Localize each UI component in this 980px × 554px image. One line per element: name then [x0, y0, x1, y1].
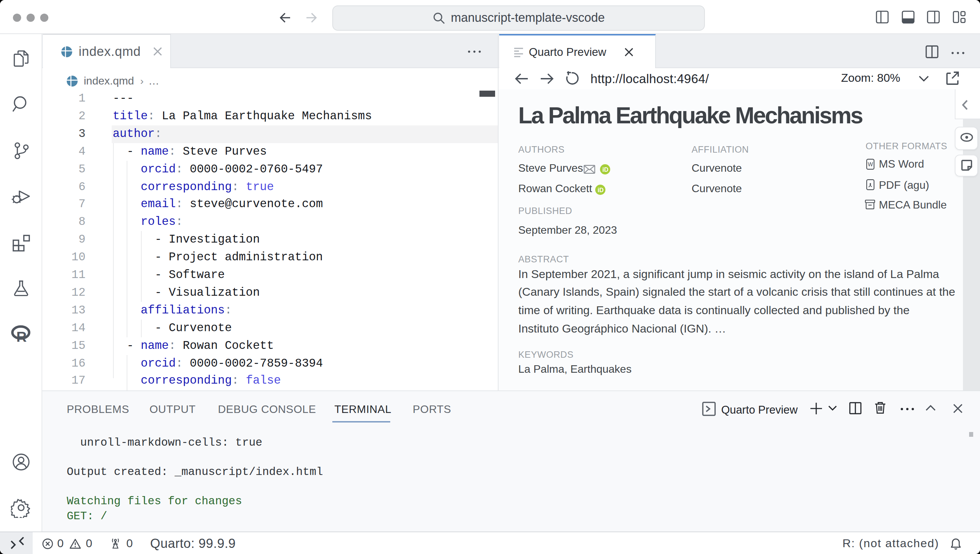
svg-text:iD: iD — [597, 186, 603, 193]
svg-text:W: W — [867, 161, 873, 167]
svg-text:iD: iD — [602, 166, 608, 173]
svg-text:R: R — [16, 329, 27, 345]
